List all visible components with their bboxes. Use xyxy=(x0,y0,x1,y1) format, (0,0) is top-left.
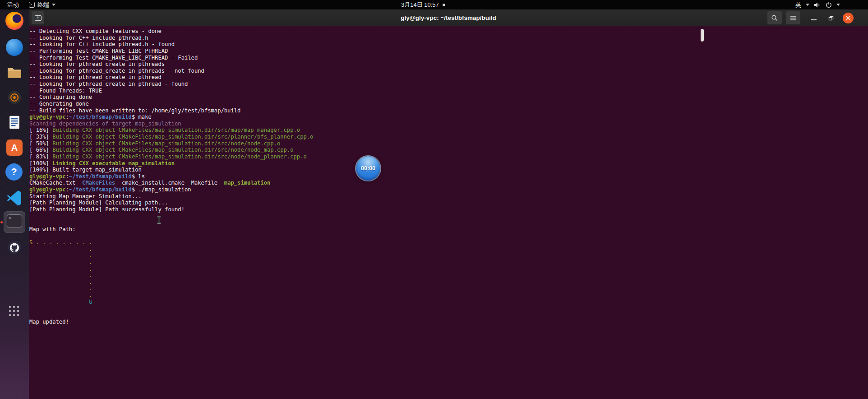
chevron-down-icon xyxy=(52,4,55,6)
terminal-line xyxy=(29,312,868,319)
terminal-line: . xyxy=(29,252,868,259)
terminal-line: -- Configuring done xyxy=(29,94,868,101)
terminal-line: [100%] Linking CXX executable map_simula… xyxy=(29,160,868,167)
rhythmbox-icon[interactable] xyxy=(5,88,23,107)
terminal-line: -- Detecting CXX compile features - done xyxy=(29,28,868,35)
terminal-line: gly@gly-vpc:~/test/bfsmap/build$ ./map_s… xyxy=(29,186,868,193)
terminal-line: [ 50%] Building CXX object CMakeFiles/ma… xyxy=(29,140,868,147)
terminal-line: . xyxy=(29,292,868,299)
close-button[interactable] xyxy=(843,13,854,23)
terminal-line: -- Looking for pthread_create in pthread… xyxy=(29,81,868,88)
system-status-area[interactable]: 英 xyxy=(795,0,840,9)
terminal-line: -- Looking for pthread_create in pthread xyxy=(29,74,868,81)
date-time-label: 3月14日 10:57 xyxy=(401,1,439,9)
minimize-icon xyxy=(811,19,817,20)
terminal-line xyxy=(29,213,868,220)
terminal[interactable]: -- Detecting CXX compile features - done… xyxy=(29,26,868,399)
terminal-line: . xyxy=(29,266,868,273)
terminal-line: G xyxy=(29,299,868,306)
github-desktop-icon[interactable] xyxy=(5,238,23,256)
help-icon[interactable]: ? xyxy=(5,163,23,181)
terminal-line: . xyxy=(29,279,868,286)
timer-widget[interactable]: 00:00 xyxy=(356,156,380,181)
search-icon xyxy=(771,14,778,22)
window-title: gly@gly-vpc: ~/test/bfsmap/build xyxy=(29,9,868,26)
terminal-line: . xyxy=(29,272,868,279)
terminal-line: gly@gly-vpc:~/test/bfsmap/build$ make xyxy=(29,114,868,121)
terminal-line: gly@gly-vpc:~/test/bfsmap/build$ ls xyxy=(29,173,868,180)
desktop: { "topbar": { "activities_label": "活动", … xyxy=(0,0,868,399)
terminal-line: -- Build files have been written to: /ho… xyxy=(29,107,868,114)
activities-button[interactable]: 活动 xyxy=(7,0,19,9)
terminal-line: . xyxy=(29,259,868,266)
terminal-line: CMakeCache.txt CMakeFiles cmake_install.… xyxy=(29,180,868,186)
chevron-down-icon xyxy=(836,4,840,6)
terminal-line: [Path Planning Module] Calculating path.… xyxy=(29,200,868,206)
terminal-line: [ 16%] Building CXX object CMakeFiles/ma… xyxy=(29,127,868,134)
terminal-line: -- Generating done xyxy=(29,101,868,107)
terminal-line: -- Performing Test CMAKE_HAVE_LIBC_PTHRE… xyxy=(29,55,868,61)
clock-menu[interactable]: 3月14日 10:57 xyxy=(401,0,445,9)
terminal-line xyxy=(29,232,868,239)
text-cursor-pointer xyxy=(156,216,162,224)
close-icon xyxy=(846,16,850,20)
terminal-line xyxy=(29,219,868,226)
top-bar: 活动 > 终端 3月14日 10:57 英 xyxy=(0,0,868,9)
terminal-headerbar: + gly@gly-vpc: ~/test/bfsmap/build xyxy=(29,9,868,26)
terminal-line xyxy=(29,305,868,312)
app-grid-icon[interactable] xyxy=(9,306,21,318)
terminal-line: Map updated! xyxy=(29,319,868,325)
thunderbird-icon[interactable] xyxy=(5,38,23,56)
terminal-line: [ 33%] Building CXX object CMakeFiles/ma… xyxy=(29,134,868,140)
menu-button[interactable] xyxy=(786,11,800,24)
restore-button[interactable] xyxy=(828,15,834,23)
terminal-line: -- Looking for C++ include pthread.h - f… xyxy=(29,41,868,48)
volume-icon xyxy=(814,2,821,8)
terminal-line: [100%] Built target map_simulation xyxy=(29,167,868,173)
terminal-line: -- Looking for C++ include pthread.h xyxy=(29,35,868,42)
search-button[interactable] xyxy=(767,11,782,24)
libreoffice-writer-icon[interactable] xyxy=(5,113,23,131)
terminal-line: Map with Path: xyxy=(29,226,868,233)
terminal-output: -- Detecting CXX compile features - done… xyxy=(29,26,868,325)
terminal-line: [Path Planning Module] Path successfully… xyxy=(29,206,868,213)
chevron-down-icon xyxy=(806,4,809,6)
terminal-dock-icon[interactable]: >_ xyxy=(5,213,23,231)
status-dot-icon xyxy=(443,4,445,6)
terminal-line: -- Looking for pthread_create in pthread… xyxy=(29,61,868,68)
hamburger-icon xyxy=(790,15,796,21)
terminal-line: . xyxy=(29,285,868,292)
app-menu[interactable]: > 终端 xyxy=(29,0,55,9)
terminal-line: Scanning dependencies of target map_simu… xyxy=(29,121,868,127)
terminal-app-icon: > xyxy=(29,2,35,8)
firefox-icon[interactable] xyxy=(5,12,23,30)
restore-icon xyxy=(828,15,834,21)
running-indicator-dot xyxy=(0,221,3,223)
terminal-line: -- Found Threads: TRUE xyxy=(29,88,868,94)
terminal-line: S . . . . . . . . . xyxy=(29,239,868,246)
terminal-line: [ 83%] Building CXX object CMakeFiles/ma… xyxy=(29,153,868,160)
power-icon xyxy=(826,2,832,8)
ubuntu-software-icon[interactable]: A xyxy=(5,139,23,157)
terminal-line: . xyxy=(29,246,868,253)
terminal-line: -- Looking for pthread_create in pthread… xyxy=(29,68,868,74)
app-menu-label: 终端 xyxy=(37,1,49,9)
minimize-button[interactable] xyxy=(811,14,817,22)
terminal-line: Starting Map Manager Simulation... xyxy=(29,193,868,200)
input-method-label: 英 xyxy=(795,1,801,9)
scrollbar-thumb[interactable] xyxy=(701,29,704,42)
terminal-line: [ 66%] Building CXX object CMakeFiles/ma… xyxy=(29,147,868,153)
vscode-icon[interactable] xyxy=(5,189,23,207)
timer-value: 00:00 xyxy=(361,165,375,172)
files-icon[interactable] xyxy=(5,63,23,81)
dock: A ? >_ xyxy=(0,9,29,399)
terminal-line: -- Performing Test CMAKE_HAVE_LIBC_PTHRE… xyxy=(29,48,868,55)
